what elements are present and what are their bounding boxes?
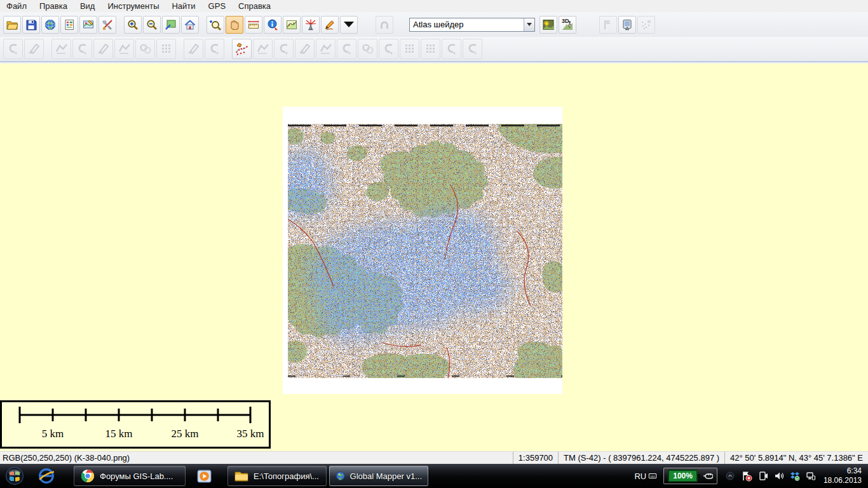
taskbar-window-chrome[interactable]: Форумы GIS-Lab.... xyxy=(74,466,186,486)
language-indicator[interactable]: RU xyxy=(630,471,661,481)
cluster-tool-disabled-button xyxy=(358,39,377,59)
zoom-window-tool-button[interactable] xyxy=(207,16,224,34)
status-latlon: 42° 50' 5.8914" N, 43° 45' 7.1386" E xyxy=(724,452,868,464)
view-shed-button[interactable] xyxy=(302,16,320,34)
zoom-full-extent-button[interactable] xyxy=(162,16,180,34)
power-plug-icon xyxy=(702,471,713,481)
caret-down-icon xyxy=(527,23,532,26)
gray-tool-icon xyxy=(76,42,90,56)
battery-level: 100% xyxy=(668,470,698,482)
global-mapper-globe-icon xyxy=(336,468,346,484)
folder-icon xyxy=(234,468,249,484)
start-button[interactable] xyxy=(0,464,29,488)
move-vertex-disabled-button xyxy=(114,39,134,59)
pan-tool-button[interactable] xyxy=(226,16,243,34)
overlay-control-center-button[interactable] xyxy=(60,16,78,34)
pencil-vertices-icon xyxy=(235,42,249,56)
status-pixel-info: RGB(250,250,250) (K-38-040.png) xyxy=(0,453,513,463)
gray-tool-icon xyxy=(159,42,173,56)
gray-tool-icon xyxy=(445,42,459,56)
undo-right-disabled-button xyxy=(24,39,44,59)
safely-remove-device-icon[interactable] xyxy=(758,471,768,481)
keyboard-layout-icon xyxy=(648,471,657,480)
clock-time: 6:34 xyxy=(824,466,862,476)
status-projection-coords: TM (S-42) - ( 8397961.224, 4745225.897 ) xyxy=(558,452,724,464)
shader-options-button[interactable] xyxy=(539,16,557,34)
flag-gray-icon xyxy=(602,18,614,31)
grid-link-disabled-button xyxy=(400,39,419,59)
menu-bar: Файл Правка Вид Инструменты Найти GPS Сп… xyxy=(0,0,868,12)
network-icon[interactable] xyxy=(806,471,816,481)
feature-info-tool-button[interactable] xyxy=(264,16,281,34)
menu-edit[interactable]: Правка xyxy=(33,1,74,12)
flag-tool-disabled-button xyxy=(93,39,113,59)
triangle-down-icon xyxy=(344,22,354,27)
volume-icon[interactable] xyxy=(774,471,784,481)
pencil-icon xyxy=(323,18,336,31)
internet-explorer-icon xyxy=(38,468,55,484)
overlay-list-icon xyxy=(63,18,76,31)
shader-combobox[interactable]: Atlas шейдер xyxy=(409,18,535,32)
scale-label-25km: 25 km xyxy=(172,428,199,440)
download-online-data-button[interactable] xyxy=(41,16,59,34)
gray-tool-icon xyxy=(55,42,69,56)
chrome-icon xyxy=(80,468,95,484)
zoom-in-icon xyxy=(126,18,139,31)
media-player-icon xyxy=(196,468,212,484)
undo-left-disabled-button xyxy=(3,39,23,59)
measure-tool-button[interactable] xyxy=(245,16,262,34)
map-workspace[interactable]: 5 km 15 km 25 km 35 km xyxy=(0,64,868,451)
grid-tool-disabled-button xyxy=(156,39,176,59)
tools-options-button[interactable] xyxy=(98,16,116,34)
topo-map-layer[interactable] xyxy=(283,107,562,394)
menu-gps[interactable]: GPS xyxy=(202,1,232,12)
windows-orb-icon xyxy=(5,466,24,485)
map-configuration-button[interactable] xyxy=(79,16,97,34)
menu-tools[interactable]: Инструменты xyxy=(101,1,165,12)
menu-file[interactable]: Файл xyxy=(0,1,33,12)
clock-date: 18.06.2013 xyxy=(824,476,862,485)
digitizer-toolbar xyxy=(0,37,868,62)
zoom-home-button[interactable] xyxy=(181,16,199,34)
battery-gadget[interactable]: 100% xyxy=(663,468,717,484)
menu-search[interactable]: Найти xyxy=(165,1,201,12)
clock[interactable]: 6:34 18.06.2013 xyxy=(821,466,868,485)
dropbox-icon[interactable] xyxy=(790,471,800,481)
global-mapper-window: Файл Правка Вид Инструменты Найти GPS Сп… xyxy=(0,0,868,488)
digitizer-edit-button[interactable] xyxy=(232,39,252,59)
show-hidden-icons-button[interactable] xyxy=(725,471,735,481)
view-3d-button[interactable]: 3D xyxy=(559,16,576,34)
mountain-tool-disabled-button xyxy=(337,39,356,59)
path-profile-button[interactable] xyxy=(283,16,301,34)
multi-edit-disabled-button xyxy=(253,39,273,59)
gray-tool-icon xyxy=(27,42,41,56)
menu-help[interactable]: Справка xyxy=(232,1,277,12)
scale-label-35km: 35 km xyxy=(237,428,264,440)
menu-view[interactable]: Вид xyxy=(74,1,102,12)
gray-tool-icon xyxy=(277,42,291,56)
zoom-in-button[interactable] xyxy=(124,16,142,34)
mobile-export-button[interactable] xyxy=(618,16,636,34)
antenna-icon xyxy=(304,18,317,31)
spin-tool-disabled-button xyxy=(379,39,398,59)
copy-grid-disabled-button xyxy=(421,39,440,59)
zoom-out-button[interactable] xyxy=(143,16,161,34)
media-player-button[interactable] xyxy=(188,465,220,487)
more-tools-button[interactable] xyxy=(340,16,358,34)
action-center-icon[interactable] xyxy=(741,470,752,482)
save-button[interactable] xyxy=(22,16,40,34)
taskbar-window-explorer[interactable]: E:\Топография\... xyxy=(227,466,327,486)
digitizer-tool-button[interactable] xyxy=(321,16,339,34)
open-file-button[interactable] xyxy=(3,16,21,34)
taskbar-window-global-mapper[interactable]: Global Mapper v1... xyxy=(329,466,428,486)
sun-terrain-icon xyxy=(542,18,555,31)
gray-tool-icon xyxy=(118,42,132,56)
full-extent-icon xyxy=(165,18,177,31)
scatter-points-gray-icon xyxy=(640,18,653,31)
profile-chart-icon xyxy=(285,18,298,31)
taskbar-window-label: Форумы GIS-Lab.... xyxy=(100,471,173,481)
combobox-dropdown-button[interactable] xyxy=(524,18,534,31)
taskbar-window-label: E:\Топография\... xyxy=(254,471,319,481)
3d-label: 3D xyxy=(562,18,569,24)
internet-explorer-button[interactable] xyxy=(31,465,62,487)
